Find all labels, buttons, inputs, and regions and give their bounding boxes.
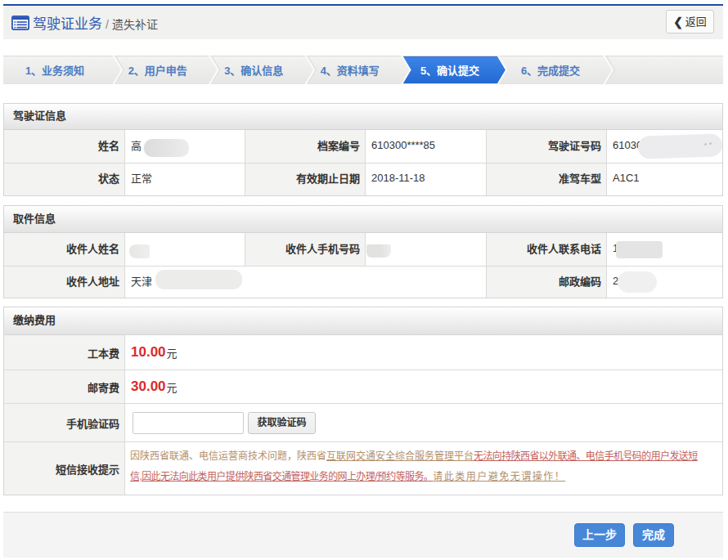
- svg-text:2、用户申告: 2、用户申告: [128, 65, 187, 77]
- svg-text:5、确认提交: 5、确认提交: [420, 65, 479, 77]
- svg-text:4、资料填写: 4、资料填写: [321, 65, 380, 77]
- svg-text:1、业务须知: 1、业务须知: [25, 65, 84, 77]
- svg-text:3、确认信息: 3、确认信息: [224, 65, 283, 77]
- svg-text:6、完成提交: 6、完成提交: [521, 65, 580, 77]
